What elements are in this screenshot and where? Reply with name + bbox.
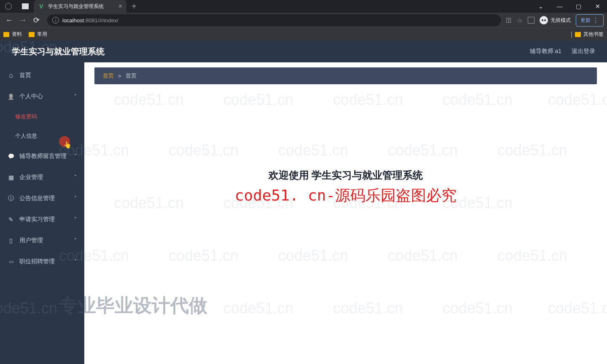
breadcrumb: 首页 > 首页 bbox=[94, 67, 597, 84]
close-icon[interactable]: × bbox=[118, 3, 122, 10]
sidebar-label-enterprise: 企业管理 bbox=[19, 174, 43, 181]
sub-label-info: 个人信息 bbox=[15, 132, 37, 140]
chevron-down-icon: ˅ bbox=[74, 195, 77, 201]
info-icon[interactable]: i bbox=[52, 17, 59, 24]
header-right: 辅导教师 a1 退出登录 bbox=[530, 48, 595, 55]
sidebar-label-user: 用户管理 bbox=[19, 237, 43, 244]
nav-right: ⚿ ☆ 无痕模式 更新 ⋮ bbox=[506, 14, 604, 27]
user-icon bbox=[8, 93, 14, 100]
sidebar-item-teacher-msg[interactable]: 辅导教师留言管理 ˅ bbox=[0, 146, 84, 167]
globe-icon bbox=[5, 3, 12, 10]
breadcrumb-home[interactable]: 首页 bbox=[103, 72, 114, 80]
tab-placeholder-1[interactable] bbox=[0, 0, 17, 13]
reload-button[interactable]: ⟳ bbox=[30, 14, 42, 26]
sidebar-label-teacher-msg: 辅导教师留言管理 bbox=[19, 153, 67, 160]
key-icon[interactable]: ⚿ bbox=[506, 17, 512, 24]
sub-label-password: 修改密码 bbox=[15, 113, 37, 120]
sidebar-item-apply-intern[interactable]: 申请实习管理 ˅ bbox=[0, 209, 84, 230]
main-content: 首页 > 首页 欢迎使用 学生实习与就业管理系统 code51. cn-源码乐园… bbox=[84, 62, 607, 364]
app-root: 学生实习与就业管理系统 辅导教师 a1 退出登录 首页 个人中心 ˄ 修改密码 … bbox=[0, 40, 607, 364]
url-text: localhost:8081/#/index/ bbox=[62, 17, 118, 24]
menu-dots-icon: ⋮ bbox=[592, 16, 599, 24]
sidebar-item-user-mgmt[interactable]: 用户管理 ˅ bbox=[0, 230, 84, 251]
user-label[interactable]: 辅导教师 a1 bbox=[530, 48, 561, 55]
incognito-label: 无痕模式 bbox=[551, 17, 571, 24]
tab-placeholder-2[interactable] bbox=[17, 0, 34, 13]
chevron-down-icon: ˅ bbox=[74, 153, 77, 159]
breadcrumb-sep: > bbox=[118, 73, 121, 79]
bookmark-folder-1[interactable]: 资料 bbox=[3, 31, 22, 38]
sidebar-item-job-recruit[interactable]: 职位招聘管理 ˅ bbox=[0, 251, 84, 272]
bookmark-folder-2[interactable]: 常用 bbox=[29, 31, 47, 38]
grid-icon bbox=[8, 174, 14, 181]
welcome-text: 欢迎使用 学生实习与就业管理系统 bbox=[94, 169, 597, 182]
bookmark-star-icon[interactable]: ☆ bbox=[517, 16, 523, 24]
incognito-indicator[interactable]: 无痕模式 bbox=[540, 16, 571, 24]
maximize-button[interactable]: ▢ bbox=[569, 0, 588, 13]
chevron-down-icon: ˅ bbox=[74, 238, 77, 244]
forward-button[interactable]: → bbox=[17, 14, 29, 26]
watermark-overlay-text: code51. cn-源码乐园盗图必究 bbox=[94, 185, 597, 206]
other-bookmarks-label: 其他书签 bbox=[583, 31, 604, 38]
update-label: 更新 bbox=[580, 17, 591, 24]
divider: | bbox=[571, 31, 572, 38]
document-icon bbox=[8, 216, 14, 223]
tab-strip: V 学生实习与就业管理系统 × + bbox=[0, 0, 137, 13]
page-icon bbox=[22, 3, 29, 9]
back-button[interactable]: ← bbox=[3, 14, 15, 26]
logout-link[interactable]: 退出登录 bbox=[572, 48, 595, 55]
sidebar-label-apply: 申请实习管理 bbox=[19, 216, 55, 223]
active-tab[interactable]: V 学生实习与就业管理系统 × bbox=[34, 0, 126, 13]
url-path: :8081/#/index/ bbox=[84, 17, 118, 24]
info-icon bbox=[8, 195, 14, 202]
chevron-down-icon[interactable]: ⌄ bbox=[531, 0, 550, 13]
browser-tab-strip: V 学生实习与就业管理系统 × + ⌄ — ▢ ✕ bbox=[0, 0, 607, 13]
browser-nav-bar: ← → ⟳ i localhost:8081/#/index/ ⚿ ☆ 无痕模式… bbox=[0, 13, 607, 28]
tab-title: 学生实习与就业管理系统 bbox=[48, 3, 115, 10]
close-window-button[interactable]: ✕ bbox=[588, 0, 607, 13]
sidebar-item-enterprise[interactable]: 企业管理 ˅ bbox=[0, 167, 84, 188]
app-title: 学生实习与就业管理系统 bbox=[12, 46, 105, 57]
chevron-down-icon: ˅ bbox=[74, 174, 77, 180]
sidebar-label-job: 职位招聘管理 bbox=[19, 258, 55, 265]
chevron-down-icon: ˅ bbox=[74, 259, 77, 265]
sidebar-item-home[interactable]: 首页 bbox=[0, 65, 84, 86]
sidebar: 首页 个人中心 ˄ 修改密码 个人信息 辅导教师留言管理 ˅ 企业管理 ˅ bbox=[0, 62, 84, 364]
vue-icon: V bbox=[38, 3, 45, 10]
message-icon bbox=[8, 153, 14, 160]
incognito-icon bbox=[540, 16, 548, 24]
sidebar-item-personal-center[interactable]: 个人中心 ˄ bbox=[0, 86, 84, 107]
chevron-up-icon: ˄ bbox=[74, 94, 77, 99]
sidebar-label-notice: 公告信息管理 bbox=[19, 195, 55, 202]
window-controls: ⌄ — ▢ ✕ bbox=[531, 0, 607, 13]
url-bar[interactable]: i localhost:8081/#/index/ bbox=[47, 14, 501, 26]
new-tab-button[interactable]: + bbox=[132, 2, 137, 11]
chevron-down-icon: ˅ bbox=[74, 217, 77, 222]
bookmark-bar: 资料 常用 | 其他书签 bbox=[0, 28, 607, 40]
sidebar-label-home: 首页 bbox=[19, 72, 31, 79]
extensions-icon[interactable] bbox=[528, 17, 534, 24]
folder-icon bbox=[575, 32, 581, 37]
url-host: localhost bbox=[62, 17, 84, 24]
cursor-highlight bbox=[59, 136, 70, 147]
update-button[interactable]: 更新 ⋮ bbox=[576, 14, 604, 27]
sidebar-sub-personal-info[interactable]: 个人信息 bbox=[0, 126, 84, 146]
home-icon bbox=[8, 72, 14, 79]
folder-icon bbox=[29, 32, 35, 37]
sidebar-sub-change-password[interactable]: 修改密码 bbox=[0, 107, 84, 126]
sidebar-label-personal: 个人中心 bbox=[19, 93, 43, 100]
app-header: 学生实习与就业管理系统 辅导教师 a1 退出登录 bbox=[0, 40, 607, 62]
folder-icon bbox=[3, 32, 9, 37]
minimize-button[interactable]: — bbox=[550, 0, 569, 13]
bookmark-label-1: 资料 bbox=[12, 31, 22, 38]
app-body: 首页 个人中心 ˄ 修改密码 个人信息 辅导教师留言管理 ˅ 企业管理 ˅ bbox=[0, 62, 607, 364]
device-icon bbox=[8, 237, 14, 244]
badge-icon bbox=[8, 258, 14, 265]
bookmark-label-2: 常用 bbox=[37, 31, 47, 38]
sidebar-item-notice[interactable]: 公告信息管理 ˅ bbox=[0, 188, 84, 209]
breadcrumb-current: 首页 bbox=[126, 72, 137, 80]
other-bookmarks[interactable]: | 其他书签 bbox=[571, 31, 604, 38]
